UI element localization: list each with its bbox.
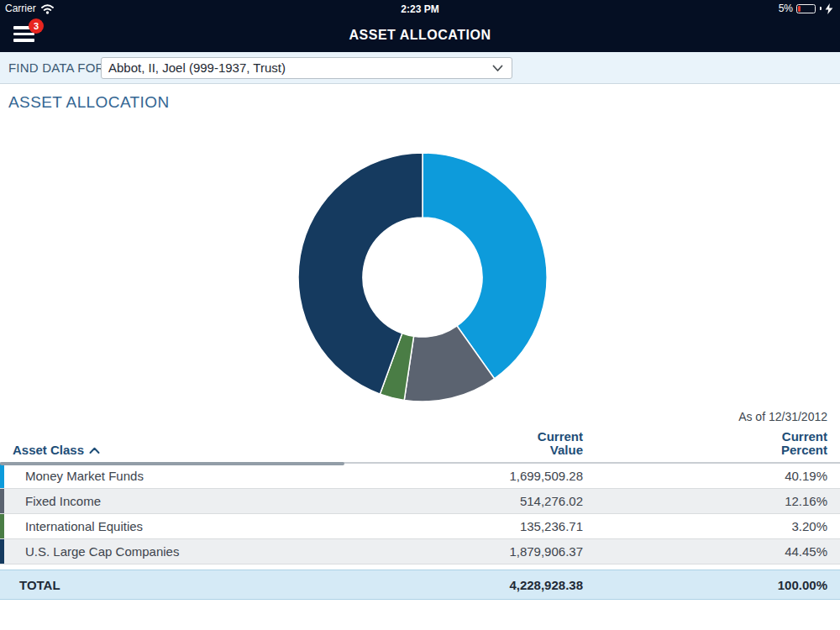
table-row: Fixed Income514,276.0212.16% (0, 489, 840, 514)
sort-ascending-icon (89, 447, 100, 454)
total-label: TOTAL (4, 578, 356, 592)
current-percent: 40.19% (583, 469, 827, 483)
sorted-column-underline (0, 462, 344, 465)
current-percent: 12.16% (583, 494, 827, 508)
account-select-value: Abbot, II, Joel (999-1937, Trust) (108, 60, 286, 75)
total-row: TOTAL 4,228,928.38 100.00% (0, 570, 840, 600)
asset-table-body: Money Market Funds1,699,509.2840.19%Fixe… (0, 464, 840, 564)
table-row: International Equities135,236.713.20% (0, 514, 840, 539)
column-header-current-percent[interactable]: Current Percent (583, 430, 827, 457)
asset-class-name: U.S. Large Cap Companies (4, 544, 356, 559)
asset-class-name: Money Market Funds (4, 469, 356, 483)
total-percent: 100.00% (583, 578, 827, 592)
battery-nub (820, 7, 822, 10)
current-value: 135,236.71 (356, 519, 583, 533)
column-header-current-value[interactable]: Current Value (356, 430, 583, 457)
current-percent: 3.20% (583, 519, 827, 533)
table-row: U.S. Large Cap Companies1,879,906.3744.4… (0, 539, 840, 564)
asset-allocation-screen: Carrier 2:23 PM 5% 3 ASSET ALLOCATION FI… (0, 0, 840, 630)
table-row: Money Market Funds1,699,509.2840.19% (0, 464, 840, 489)
current-value: 514,276.02 (356, 494, 583, 508)
clock-label: 2:23 PM (0, 3, 840, 15)
current-value: 1,879,906.37 (356, 544, 583, 559)
asset-class-name: Fixed Income (4, 494, 356, 508)
current-value: 1,699,509.28 (356, 469, 583, 483)
account-select[interactable]: Abbot, II, Joel (999-1937, Trust) (101, 57, 512, 79)
status-right: 5% (779, 3, 833, 14)
column-header-asset-class[interactable]: Asset Class (4, 443, 356, 457)
battery-icon (796, 4, 816, 13)
page-title: ASSET ALLOCATION (8, 93, 170, 112)
top-bar: Carrier 2:23 PM 5% 3 ASSET ALLOCATION (0, 0, 840, 52)
asset-class-table: Asset Class Current Value Current Percen… (0, 430, 840, 600)
find-data-bar: FIND DATA FOR Abbot, II, Joel (999-1937,… (0, 52, 840, 84)
total-value: 4,228,928.38 (356, 578, 583, 592)
nav-title: ASSET ALLOCATION (0, 28, 840, 43)
charging-bolt-icon (825, 3, 833, 14)
current-percent: 44.45% (583, 544, 827, 559)
find-data-label: FIND DATA FOR (8, 52, 105, 83)
asset-allocation-donut-chart (297, 151, 549, 403)
chevron-down-icon (492, 65, 503, 72)
table-header-row: Asset Class Current Value Current Percen… (0, 430, 840, 464)
asset-class-name: International Equities (4, 519, 356, 533)
as-of-date: As of 12/31/2012 (738, 410, 827, 423)
battery-percent-label: 5% (779, 3, 793, 14)
